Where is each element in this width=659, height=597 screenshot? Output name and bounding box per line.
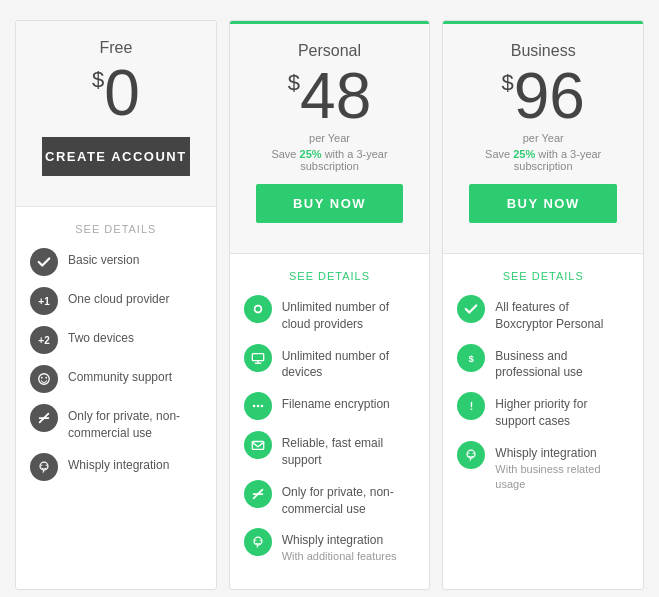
plan-currency: $ — [288, 72, 300, 94]
svg-rect-4 — [39, 417, 50, 419]
svg-rect-16 — [252, 493, 263, 495]
feature-text: Higher priority for support cases — [495, 391, 629, 430]
plan-currency: $ — [501, 72, 513, 94]
feature-list: Basic version+1One cloud provider+2Two d… — [30, 247, 202, 481]
plan-action-personal: BUY NOW — [242, 172, 418, 237]
see-details-link[interactable]: SEE DETAILS — [457, 262, 629, 294]
plan-header-business: Business$96per YearSave 25% with a 3-yea… — [443, 21, 643, 254]
feature-item: $Business and professional use — [457, 343, 629, 382]
feature-icon-+2: +2 — [30, 326, 58, 354]
plan-price: $0 — [28, 61, 204, 125]
feature-item: All features of Boxcryptor Personal — [457, 294, 629, 333]
feature-icon-dots — [244, 392, 272, 420]
feature-icon-monitor — [244, 344, 272, 372]
feature-item: +2Two devices — [30, 325, 202, 354]
feature-text: Community support — [68, 364, 172, 386]
plan-currency: $ — [92, 69, 104, 91]
feature-icon-exclamation: ! — [457, 392, 485, 420]
plan-price: $48 — [242, 64, 418, 128]
feature-text: All features of Boxcryptor Personal — [495, 294, 629, 333]
svg-point-19 — [259, 540, 260, 541]
feature-text: Business and professional use — [495, 343, 629, 382]
feature-item: Only for private, non-commercial use — [30, 403, 202, 442]
feature-icon-infinity — [244, 295, 272, 323]
feature-text: Whisply integrationWith business related… — [495, 440, 629, 493]
feature-item: !Higher priority for support cases — [457, 391, 629, 430]
see-details-link[interactable]: SEE DETAILS — [244, 262, 416, 294]
svg-point-18 — [255, 540, 256, 541]
svg-point-6 — [41, 464, 42, 465]
svg-point-11 — [252, 405, 255, 408]
feature-icon-whisply — [30, 453, 58, 481]
svg-point-23 — [468, 452, 469, 453]
svg-point-2 — [45, 377, 47, 379]
plan-header-free: Free$0CREATE ACCOUNT — [16, 21, 216, 207]
pricing-container: Free$0CREATE ACCOUNTSEE DETAILSBasic ver… — [10, 10, 649, 597]
svg-point-12 — [256, 405, 259, 408]
svg-point-13 — [260, 405, 263, 408]
feature-subtext: With additional features — [282, 549, 397, 564]
feature-text: Only for private, non-commercial use — [282, 479, 416, 518]
feature-text: One cloud provider — [68, 286, 169, 308]
plan-card-business: Business$96per YearSave 25% with a 3-yea… — [442, 20, 644, 590]
feature-text: Unlimited number of devices — [282, 343, 416, 382]
feature-item: Whisply integrationWith business related… — [457, 440, 629, 493]
svg-text:!: ! — [470, 400, 474, 412]
feature-item: Whisply integration — [30, 452, 202, 481]
feature-list: Unlimited number of cloud providersUnlim… — [244, 294, 416, 565]
feature-text: Unlimited number of cloud providers — [282, 294, 416, 333]
svg-point-7 — [45, 464, 46, 465]
feature-text: Two devices — [68, 325, 134, 347]
plan-save-text: Save 25% with a 3-year subscription — [455, 148, 631, 172]
feature-text: Filename encryption — [282, 391, 390, 413]
feature-text: Reliable, fast email support — [282, 430, 416, 469]
create-account-button[interactable]: CREATE ACCOUNT — [42, 137, 190, 176]
plan-details-business: SEE DETAILSAll features of Boxcryptor Pe… — [443, 254, 643, 589]
feature-item: +1One cloud provider — [30, 286, 202, 315]
plan-details-free: SEE DETAILSBasic version+1One cloud prov… — [16, 207, 216, 589]
feature-item: Basic version — [30, 247, 202, 276]
feature-icon-dollar: $ — [457, 344, 485, 372]
feature-text: Only for private, non-commercial use — [68, 403, 202, 442]
plan-name: Free — [28, 39, 204, 57]
plan-amount: 48 — [300, 64, 371, 128]
plan-name: Business — [455, 42, 631, 60]
plan-per-year: per Year — [455, 132, 631, 144]
feature-icon-+1: +1 — [30, 287, 58, 315]
feature-icon-checkmark — [30, 248, 58, 276]
plan-header-personal: Personal$48per YearSave 25% with a 3-yea… — [230, 21, 430, 254]
svg-point-24 — [473, 452, 474, 453]
plan-amount: 96 — [514, 64, 585, 128]
svg-rect-8 — [252, 353, 263, 360]
feature-text: Basic version — [68, 247, 139, 269]
feature-item: Only for private, non-commercial use — [244, 479, 416, 518]
plan-card-free: Free$0CREATE ACCOUNTSEE DETAILSBasic ver… — [15, 20, 217, 590]
plan-name: Personal — [242, 42, 418, 60]
plan-action-business: BUY NOW — [455, 172, 631, 237]
feature-text: Whisply integration — [68, 452, 169, 474]
plan-action-free: CREATE ACCOUNT — [28, 125, 204, 190]
plan-price: $96 — [455, 64, 631, 128]
svg-point-1 — [41, 377, 43, 379]
feature-item: Reliable, fast email support — [244, 430, 416, 469]
feature-item: Filename encryption — [244, 391, 416, 420]
svg-rect-14 — [252, 442, 263, 450]
feature-icon-whisply — [457, 441, 485, 469]
feature-subtext: With business related usage — [495, 462, 629, 493]
feature-icon-checkmark — [457, 295, 485, 323]
feature-text: Whisply integrationWith additional featu… — [282, 527, 397, 564]
plan-amount: 0 — [104, 61, 140, 125]
feature-icon-whisply — [244, 528, 272, 556]
buy-now-button-business[interactable]: BUY NOW — [469, 184, 617, 223]
feature-icon-slash — [30, 404, 58, 432]
feature-icon-mail — [244, 431, 272, 459]
feature-item: Whisply integrationWith additional featu… — [244, 527, 416, 564]
plan-per-year: per Year — [242, 132, 418, 144]
see-details-link[interactable]: SEE DETAILS — [30, 215, 202, 247]
plan-card-personal: Personal$48per YearSave 25% with a 3-yea… — [229, 20, 431, 590]
feature-list: All features of Boxcryptor Personal$Busi… — [457, 294, 629, 492]
buy-now-button-personal[interactable]: BUY NOW — [256, 184, 404, 223]
feature-icon-smiley — [30, 365, 58, 393]
feature-item: Unlimited number of cloud providers — [244, 294, 416, 333]
feature-icon-slash — [244, 480, 272, 508]
